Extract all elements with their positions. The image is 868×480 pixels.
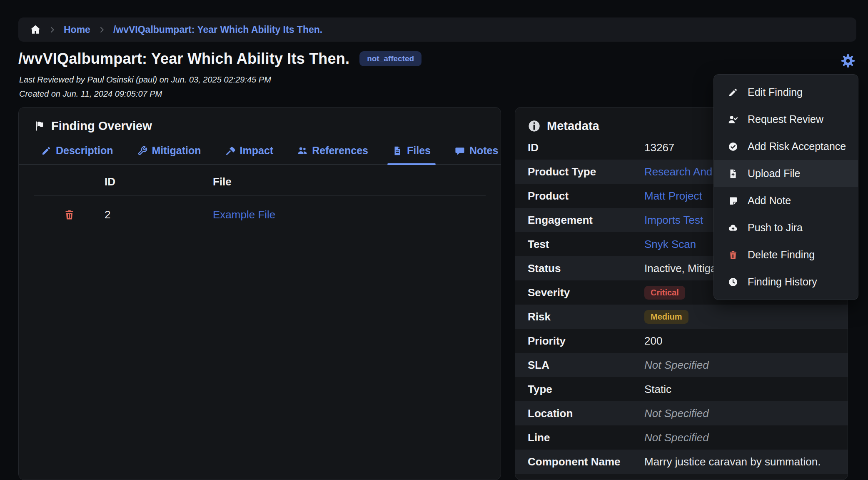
breadcrumb: Home /wvVIQalbumpart: Year Which Ability… <box>18 18 856 42</box>
tab-label: Mitigation <box>152 145 201 157</box>
tab-mitigation[interactable]: Mitigation <box>137 145 201 164</box>
chevron-right-icon <box>48 26 56 34</box>
metadata-label: Status <box>528 262 644 275</box>
wrench-icon <box>137 146 147 156</box>
tab-description[interactable]: Description <box>41 145 113 164</box>
metadata-row: LocationNot Specified <box>515 401 848 425</box>
finding-page: Home /wvVIQalbumpart: Year Which Ability… <box>0 0 868 480</box>
tab-impact[interactable]: Impact <box>225 145 274 164</box>
check-circle-icon <box>728 142 738 152</box>
metadata-label: Engagement <box>528 214 644 227</box>
menu-item-upload-file[interactable]: Upload File <box>714 160 858 187</box>
comment-icon <box>455 146 465 156</box>
created-text: Created on Jun. 11, 2024 09:05:07 PM <box>19 89 162 99</box>
metadata-label: SLA <box>528 359 644 372</box>
file-icon <box>392 146 402 156</box>
finding-overview-card: Finding Overview DescriptionMitigationIm… <box>18 107 501 480</box>
pencil-icon <box>41 146 51 156</box>
file-id-cell: 2 <box>105 208 213 221</box>
menu-item-label: Delete Finding <box>748 249 815 261</box>
tab-label: Notes <box>469 145 498 157</box>
title-row: /wvVIQalbumpart: Year Which Ability Its … <box>18 50 422 68</box>
tab-files[interactable]: Files <box>392 145 431 164</box>
metadata-row: LineNot Specified <box>515 425 848 450</box>
menu-item-label: Add Risk Acceptance <box>748 140 846 152</box>
metadata-label: Severity <box>528 286 644 299</box>
metadata-value: Not Specified <box>644 407 848 420</box>
metadata-label: Risk <box>528 310 644 323</box>
status-badge: not_affected <box>359 51 422 66</box>
menu-item-label: Push to Jira <box>748 222 803 234</box>
tab-label: Impact <box>240 145 274 157</box>
file-upload-icon <box>728 169 738 179</box>
metadata-not-specified: Not Specified <box>644 359 709 371</box>
metadata-value: Not Specified <box>644 431 848 444</box>
finding-overview-title: Finding Overview <box>51 119 152 133</box>
last-reviewed-text: Last Reviewed by Paul Osinski (paul) on … <box>19 75 271 85</box>
menu-item-label: Upload File <box>748 168 800 180</box>
breadcrumb-current-link[interactable]: /wvVIQalbumpart: Year Which Ability Its … <box>113 24 322 35</box>
tab-label: Description <box>56 145 113 157</box>
metadata-link[interactable]: Matt Project <box>644 190 702 202</box>
flag-icon <box>34 120 45 132</box>
home-icon[interactable] <box>30 24 41 35</box>
trash-icon[interactable] <box>64 209 75 220</box>
files-table-header: ID File <box>34 175 486 195</box>
metadata-label: ID <box>528 141 644 154</box>
metadata-link[interactable]: Imports Test <box>644 214 703 226</box>
menu-item-label: Add Note <box>748 195 791 207</box>
menu-item-add-note[interactable]: Add Note <box>714 187 858 214</box>
metadata-value: Static <box>644 383 848 396</box>
metadata-title: Metadata <box>547 119 599 133</box>
tab-notes[interactable]: Notes <box>455 145 498 164</box>
column-header-file: File <box>213 175 486 188</box>
clock-icon <box>728 277 738 287</box>
user-check-icon <box>728 115 738 125</box>
metadata-value: Not Specified <box>644 359 848 372</box>
menu-item-add-risk-acceptance[interactable]: Add Risk Acceptance <box>714 133 858 160</box>
users-icon <box>297 146 307 156</box>
tab-references[interactable]: References <box>297 145 368 164</box>
menu-item-label: Edit Finding <box>748 86 803 98</box>
hammer-icon <box>225 146 235 156</box>
metadata-label: Location <box>528 407 644 420</box>
metadata-not-specified: Not Specified <box>644 407 709 420</box>
breadcrumb-home-link[interactable]: Home <box>64 24 90 35</box>
metadata-label: Type <box>528 383 644 396</box>
note-icon <box>728 196 738 206</box>
metadata-not-specified: Not Specified <box>644 431 709 444</box>
menu-item-label: Finding History <box>748 276 817 288</box>
menu-item-edit-finding[interactable]: Edit Finding <box>714 79 858 106</box>
tab-label: Files <box>407 145 431 157</box>
tab-label: References <box>312 145 368 157</box>
file-link[interactable]: Example File <box>213 208 486 221</box>
gear-dropdown-menu: Edit FindingRequest ReviewAdd Risk Accep… <box>713 74 858 300</box>
metadata-row: Component Version1.0.10 <box>515 474 848 480</box>
menu-item-delete-finding[interactable]: Delete Finding <box>714 241 858 268</box>
file-table-row: 2Example File <box>34 195 486 234</box>
metadata-value: Marry justice caravan by summation. <box>644 455 848 468</box>
risk-badge: Medium <box>644 310 688 324</box>
gear-icon[interactable] <box>841 53 856 68</box>
metadata-row: Component NameMarry justice caravan by s… <box>515 450 848 474</box>
severity-badge: Critical <box>644 286 685 300</box>
metadata-label: Component Name <box>528 455 644 468</box>
metadata-row: RiskMedium <box>515 305 848 329</box>
metadata-row: Priority200 <box>515 329 848 353</box>
metadata-row: SLANot Specified <box>515 353 848 377</box>
metadata-value: 200 <box>644 335 848 348</box>
pencil-icon <box>728 88 738 98</box>
metadata-label: Test <box>528 238 644 251</box>
menu-item-push-to-jira[interactable]: Push to Jira <box>714 214 858 241</box>
metadata-label: Product Type <box>528 165 644 178</box>
finding-tabs: DescriptionMitigationImpactReferencesFil… <box>19 145 501 165</box>
cloud-upload-icon <box>728 223 738 233</box>
metadata-label: Product <box>528 190 644 202</box>
metadata-label: Line <box>528 431 644 444</box>
metadata-label: Priority <box>528 335 644 348</box>
menu-item-request-review[interactable]: Request Review <box>714 106 858 133</box>
metadata-value: Medium <box>644 310 848 324</box>
menu-item-finding-history[interactable]: Finding History <box>714 268 858 295</box>
metadata-link[interactable]: Snyk Scan <box>644 238 696 250</box>
metadata-row: TypeStatic <box>515 377 848 401</box>
